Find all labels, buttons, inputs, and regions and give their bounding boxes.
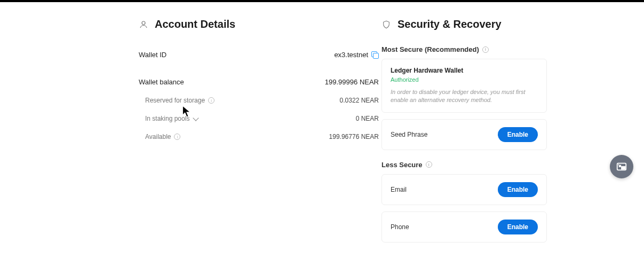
seed-phrase-card: Seed Phrase Enable	[381, 119, 547, 150]
svg-rect-2	[622, 167, 625, 169]
wallet-id-label: Wallet ID	[139, 51, 166, 59]
email-card: Email Enable	[381, 174, 547, 205]
security-section: Security & Recovery Most Secure (Recomme…	[381, 18, 547, 249]
info-icon[interactable]: i	[482, 46, 489, 53]
security-header: Security & Recovery	[381, 18, 547, 30]
info-icon[interactable]: i	[426, 161, 432, 168]
available-value: 199.96776 NEAR	[329, 133, 379, 140]
copy-icon[interactable]	[371, 51, 379, 59]
account-details-title: Account Details	[155, 18, 235, 30]
security-title: Security & Recovery	[397, 18, 502, 30]
enable-email-button[interactable]: Enable	[498, 182, 538, 197]
account-details-header: Account Details	[139, 18, 379, 30]
reserved-value: 0.0322 NEAR	[340, 97, 379, 104]
less-secure-label: Less Secure	[381, 161, 423, 169]
enable-seed-phrase-button[interactable]: Enable	[498, 127, 538, 142]
staking-value: 0 NEAR	[356, 115, 379, 122]
email-label: Email	[391, 186, 407, 193]
wallet-id-value: ex3.testnet	[334, 51, 368, 59]
ledger-status: Authorized	[391, 76, 538, 83]
less-secure-subtitle: Less Secure i	[381, 161, 547, 169]
seed-phrase-label: Seed Phrase	[391, 131, 427, 138]
balance-breakdown: Reserved for storage i 0.0322 NEAR In st…	[139, 91, 379, 146]
info-icon[interactable]: i	[174, 134, 180, 140]
phone-label: Phone	[391, 223, 409, 231]
ledger-card: Ledger Hardware Wallet Authorized In ord…	[381, 59, 547, 113]
reserved-row: Reserved for storage i 0.0322 NEAR	[145, 91, 379, 109]
wallet-balance-value: 199.99996 NEAR	[325, 78, 379, 86]
staking-row[interactable]: In staking pools 0 NEAR	[145, 109, 379, 128]
svg-point-0	[142, 21, 145, 25]
most-secure-label: Most Secure (Recommended)	[381, 45, 479, 53]
user-icon	[139, 20, 148, 29]
main-container: Account Details Wallet ID ex3.testnet Wa…	[0, 2, 644, 249]
info-icon[interactable]: i	[208, 97, 214, 104]
available-label: Available	[145, 133, 171, 140]
account-details-section: Account Details Wallet ID ex3.testnet Wa…	[139, 18, 379, 249]
wallet-id-row: Wallet ID ex3.testnet	[139, 45, 379, 64]
wallet-balance-label: Wallet balance	[139, 78, 184, 86]
available-row: Available i 199.96776 NEAR	[145, 128, 379, 146]
ledger-desc: In order to disable your ledger device, …	[391, 88, 538, 105]
staking-label: In staking pools	[145, 115, 189, 122]
phone-card: Phone Enable	[381, 212, 547, 242]
shield-icon	[381, 20, 391, 29]
reserved-label: Reserved for storage	[145, 97, 205, 104]
chevron-down-icon	[193, 115, 199, 121]
most-secure-subtitle: Most Secure (Recommended) i	[381, 45, 547, 53]
pip-button[interactable]	[610, 155, 633, 178]
ledger-title: Ledger Hardware Wallet	[391, 67, 538, 74]
enable-phone-button[interactable]: Enable	[498, 220, 538, 234]
wallet-balance-row: Wallet balance 199.99996 NEAR	[139, 73, 379, 91]
